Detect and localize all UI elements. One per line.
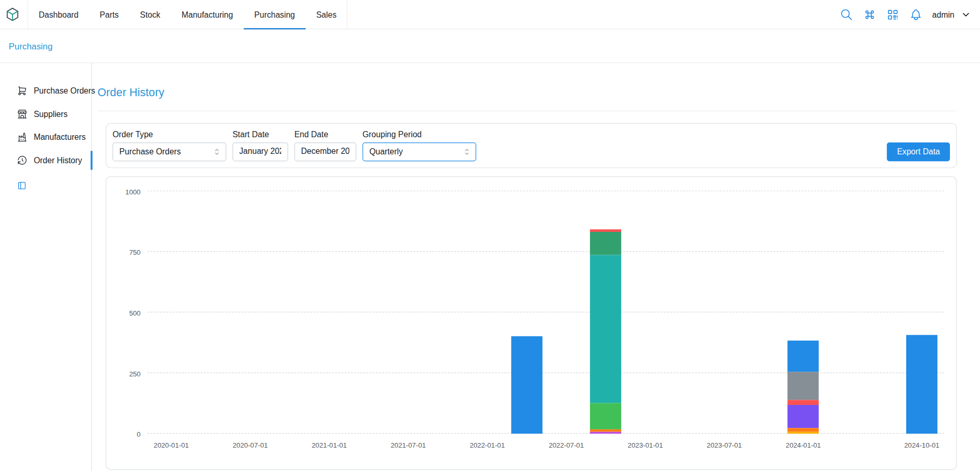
bar-segment: [590, 403, 621, 429]
gridline: [148, 251, 945, 252]
end-date-input[interactable]: [294, 142, 356, 161]
x-axis-tick-label: 2022-01-01: [469, 441, 505, 448]
x-axis-tick-label: 2024-10-01: [904, 441, 939, 448]
x-axis-tick-label: 2021-01-01: [311, 441, 347, 448]
tab-stock[interactable]: Stock: [129, 0, 171, 29]
start-date-field: Start Date: [232, 130, 288, 161]
purchasing-sidebar: Purchase Orders Suppliers Manufacturers …: [0, 63, 92, 471]
x-axis-tick-label: 2023-01-01: [628, 441, 663, 448]
bar-segment: [788, 400, 819, 404]
building-factory-icon: [17, 132, 27, 142]
chart-bar-2022-10-01[interactable]: [590, 229, 621, 434]
breadcrumb-purchasing[interactable]: Purchasing: [9, 41, 53, 51]
chart-plot-area: 2020-01-012020-07-012021-01-012021-07-01…: [148, 191, 945, 433]
order-type-select[interactable]: Purchase Orders: [112, 142, 226, 161]
y-axis-tick-label: 0: [137, 430, 140, 438]
tab-parts[interactable]: Parts: [89, 0, 129, 29]
search-icon[interactable]: [840, 8, 853, 21]
x-axis-tick-label: 2023-07-01: [707, 441, 742, 448]
main-panel: Order History Order Type Purchase Orders…: [92, 63, 980, 471]
chart-bar-2024-10-01[interactable]: [906, 335, 937, 434]
chevron-down-icon: [961, 9, 971, 19]
x-axis-tick-label: 2020-01-01: [154, 441, 189, 448]
username-label: admin: [932, 10, 955, 19]
grouping-period-label: Grouping Period: [362, 130, 476, 139]
grouping-period-select[interactable]: Quarterly: [362, 142, 476, 161]
sidebar-item-label: Suppliers: [34, 109, 68, 119]
y-axis-tick-label: 500: [129, 309, 140, 317]
order-history-chart: 02505007501000 2020-01-012020-07-012021-…: [120, 191, 943, 469]
x-axis-tick-label: 2024-01-01: [786, 441, 821, 448]
tab-dashboard[interactable]: Dashboard: [28, 0, 89, 29]
bar-segment: [590, 431, 621, 434]
sidebar-item-suppliers[interactable]: Suppliers: [0, 102, 92, 125]
title-divider: [98, 110, 957, 111]
sidebar-item-manufacturers[interactable]: Manufacturers: [0, 126, 92, 149]
tab-manufacturing[interactable]: Manufacturing: [171, 0, 244, 29]
user-menu[interactable]: admin: [932, 9, 971, 19]
y-axis-tick-label: 750: [129, 248, 140, 256]
sidebar-item-order-history[interactable]: Order History: [0, 149, 92, 172]
bar-segment: [788, 405, 819, 428]
order-type-label: Order Type: [112, 130, 226, 139]
sidebar-collapse-icon[interactable]: [17, 180, 27, 190]
bar-segment: [590, 232, 621, 255]
navbar-actions: admin: [840, 0, 971, 29]
chevron-updown-icon: [463, 147, 472, 156]
history-clock-icon: [17, 155, 27, 165]
inventree-logo-icon: [5, 7, 20, 22]
grouping-period-field: Grouping Period Quarterly: [362, 130, 476, 161]
breadcrumb: Purchasing: [0, 29, 980, 63]
sidebar-item-purchase-orders[interactable]: Purchase Orders: [0, 80, 92, 102]
gridline: [148, 311, 945, 312]
grouping-period-value: Quarterly: [369, 147, 402, 156]
barcode-scan-icon[interactable]: [886, 8, 899, 21]
order-history-chart-card: 02505007501000 2020-01-012020-07-012021-…: [106, 176, 957, 470]
filter-toolbar: Order Type Purchase Orders Start Date En…: [106, 123, 957, 168]
gridline: [148, 433, 945, 434]
tab-sales[interactable]: Sales: [306, 0, 347, 29]
app-logo[interactable]: [5, 0, 20, 29]
bar-segment: [788, 372, 819, 400]
content-area: Purchase Orders Suppliers Manufacturers …: [0, 63, 980, 471]
order-type-field: Order Type Purchase Orders: [112, 130, 226, 161]
command-palette-icon[interactable]: [863, 8, 876, 21]
chevron-updown-icon: [213, 147, 221, 156]
sidebar-item-label: Order History: [34, 155, 82, 165]
order-type-value: Purchase Orders: [120, 147, 181, 156]
bar-segment: [906, 335, 937, 434]
bar-segment: [590, 255, 621, 403]
main-nav-tabs: Dashboard Parts Stock Manufacturing Purc…: [28, 0, 348, 29]
x-axis-tick-label: 2021-07-01: [390, 441, 426, 448]
app-window: Dashboard Parts Stock Manufacturing Purc…: [0, 0, 980, 471]
sidebar-item-label: Manufacturers: [34, 133, 86, 142]
bar-segment: [511, 336, 542, 434]
chart-bar-2024-01-01[interactable]: [788, 341, 819, 434]
start-date-input[interactable]: [232, 142, 288, 161]
sidebar-item-label: Purchase Orders: [34, 86, 95, 96]
tab-purchasing[interactable]: Purchasing: [244, 0, 306, 29]
end-date-field: End Date: [294, 130, 356, 161]
x-axis-tick-label: 2022-07-01: [548, 441, 584, 448]
top-navbar: Dashboard Parts Stock Manufacturing Purc…: [0, 0, 980, 29]
export-data-button[interactable]: Export Data: [887, 142, 950, 161]
page-title: Order History: [98, 86, 957, 100]
shopping-cart-icon: [17, 86, 27, 96]
export-wrap: Export Data: [887, 130, 950, 161]
end-date-label: End Date: [294, 130, 356, 139]
start-date-label: Start Date: [232, 130, 288, 139]
y-axis-tick-label: 250: [129, 370, 140, 377]
bar-segment: [788, 431, 819, 434]
y-axis-tick-label: 1000: [125, 188, 140, 195]
building-store-icon: [17, 109, 27, 119]
gridline: [148, 372, 945, 373]
bar-segment: [788, 428, 819, 431]
gridline: [148, 190, 945, 191]
chart-bar-2022-04-01[interactable]: [511, 336, 542, 434]
bell-icon[interactable]: [909, 8, 922, 21]
y-axis: 02505007501000: [120, 191, 148, 433]
bar-segment: [788, 341, 819, 372]
x-axis-tick-label: 2020-07-01: [233, 441, 268, 448]
